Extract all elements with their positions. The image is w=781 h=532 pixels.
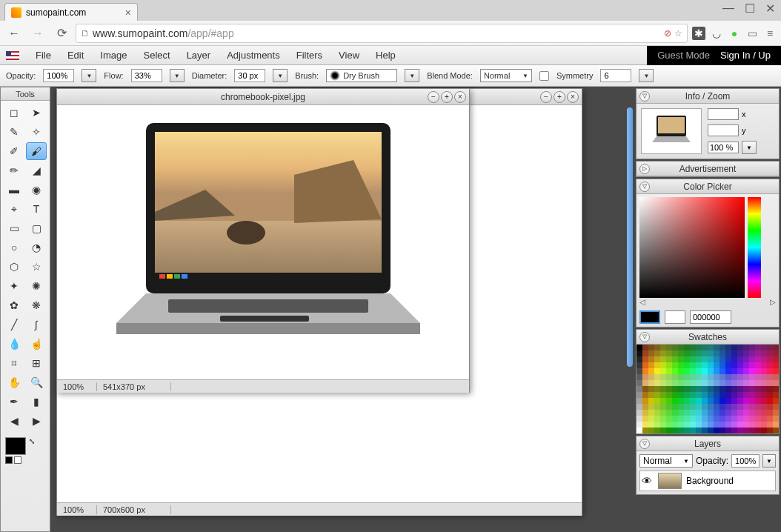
swatch-cell[interactable] [714,350,719,356]
swatch-cell[interactable] [696,380,702,386]
foreground-color[interactable] [5,437,26,455]
extension-green-icon[interactable]: ● [728,27,741,40]
swatch-cell[interactable] [648,345,654,350]
swatch-cell[interactable] [648,404,654,410]
swatch-cell[interactable] [690,410,696,416]
swatch-cell[interactable] [648,362,654,368]
swatch-cell[interactable] [708,428,714,433]
swatch-cell[interactable] [767,362,773,368]
swatch-cell[interactable] [660,345,666,350]
curve-tool[interactable]: ∫ [26,316,47,333]
swatch-cell[interactable] [767,404,773,410]
swatch-cell[interactable] [714,368,719,374]
swatch-cell[interactable] [702,380,708,386]
swatch-cell[interactable] [654,345,660,350]
swatch-cell[interactable] [637,350,642,356]
swatch-cell[interactable] [708,356,714,362]
swatch-cell[interactable] [642,410,648,416]
ink-tool[interactable]: ✒ [4,393,24,410]
swatches-grid[interactable] [637,345,779,433]
menu-icon[interactable]: ≡ [763,27,777,40]
swatch-cell[interactable] [672,386,678,392]
swatch-cell[interactable] [702,362,708,368]
swatch-cell[interactable] [731,380,737,386]
swatch-cell[interactable] [725,380,731,386]
menu-select[interactable]: Select [144,50,170,61]
swatch-cell[interactable] [642,362,648,368]
gradient-tool[interactable]: ▬ [4,181,24,199]
menu-image[interactable]: Image [100,50,127,61]
swatch-cell[interactable] [642,350,648,356]
swatch-cell[interactable] [690,368,696,374]
swatch-cell[interactable] [731,374,737,380]
zoom-dropdown[interactable]: ▼ [742,141,757,154]
swatch-cell[interactable] [666,410,672,416]
swatch-cell[interactable] [743,422,749,428]
swatch-cell[interactable] [637,398,642,404]
swatch-cell[interactable] [672,350,678,356]
swatch-cell[interactable] [749,362,755,368]
swatch-cell[interactable] [696,416,702,422]
swatch-cell[interactable] [660,416,666,422]
swatch-cell[interactable] [678,392,684,398]
swatch-cell[interactable] [725,350,731,356]
hue-slider[interactable] [748,197,761,298]
swatch-cell[interactable] [714,422,719,428]
swatch-cell[interactable] [755,422,761,428]
swatch-cell[interactable] [714,410,719,416]
navigator-thumbnail[interactable] [641,108,702,154]
swatch-cell[interactable] [684,404,690,410]
swatch-cell[interactable] [755,398,761,404]
url-input[interactable]: 🗋 www.sumopaint.com/app/#app ⊘ ☆ [76,24,688,43]
swatch-cell[interactable] [660,350,666,356]
doc-minimize-icon[interactable]: − [540,91,552,103]
swatch-cell[interactable] [708,345,714,350]
swatch-cell[interactable] [678,345,684,350]
swatch-cell[interactable] [696,350,702,356]
close-window-icon[interactable]: ✕ [765,1,775,16]
swatch-cell[interactable] [637,392,642,398]
swatch-cell[interactable] [684,410,690,416]
swatch-cell[interactable] [702,386,708,392]
layer-item[interactable]: 👁 Background [639,471,776,491]
swatch-cell[interactable] [731,404,737,410]
swatch-cell[interactable] [725,345,731,350]
swatch-cell[interactable] [761,380,767,386]
swatch-cell[interactable] [719,356,725,362]
swatch-cell[interactable] [719,380,725,386]
swatch-cell[interactable] [648,422,654,428]
swatch-cell[interactable] [737,422,743,428]
swatch-cell[interactable] [660,386,666,392]
swatch-cell[interactable] [714,392,719,398]
swatch-cell[interactable] [731,416,737,422]
swatch-cell[interactable] [666,398,672,404]
swatch-cell[interactable] [719,350,725,356]
swatch-cell[interactable] [773,368,779,374]
doc-close-icon[interactable]: × [567,91,579,103]
swatch-cell[interactable] [666,362,672,368]
swatch-cell[interactable] [654,350,660,356]
swatch-cell[interactable] [678,410,684,416]
swatch-cell[interactable] [696,386,702,392]
swatch-cell[interactable] [719,368,725,374]
swatch-cell[interactable] [690,345,696,350]
swatch-cell[interactable] [708,416,714,422]
layer-blend-select[interactable]: Normal ▼ [639,454,693,468]
swatch-cell[interactable] [761,416,767,422]
document-window-1[interactable]: chromebook-pixel.jpg − + × [56,88,470,393]
swatch-cell[interactable] [666,368,672,374]
swatch-cell[interactable] [702,374,708,380]
swatch-cell[interactable] [737,345,743,350]
eyedropper-tool[interactable]: ✐ [4,142,24,160]
swatch-cell[interactable] [696,422,702,428]
diameter-input[interactable] [234,69,265,82]
swatch-cell[interactable] [714,428,719,433]
swatch-cell[interactable] [684,380,690,386]
swatch-cell[interactable] [743,392,749,398]
stamp-tool[interactable]: ▮ [26,393,47,410]
blob-tool[interactable]: ✿ [4,296,24,314]
swatch-cell[interactable] [642,345,648,350]
rectangle-tool[interactable]: ▭ [4,219,24,237]
swatch-cell[interactable] [749,380,755,386]
swatch-cell[interactable] [637,410,642,416]
